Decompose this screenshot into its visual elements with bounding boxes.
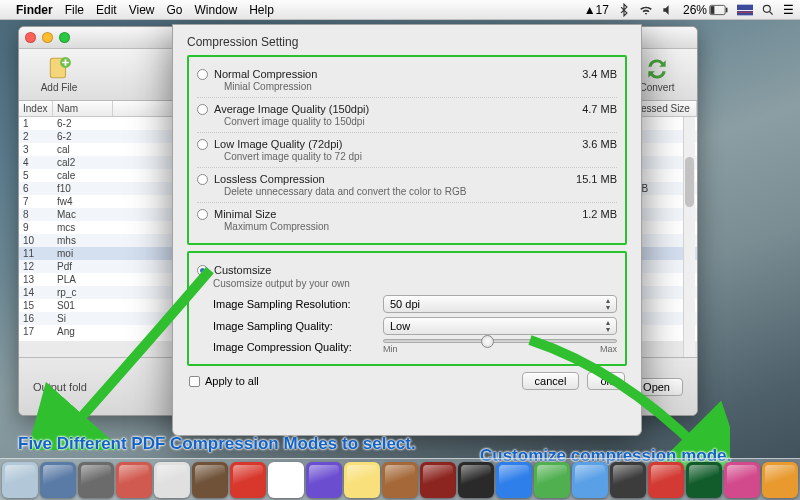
dock-app-icon[interactable]: [458, 462, 494, 498]
mode-size: 3.6 MB: [582, 138, 617, 150]
dock-app-icon[interactable]: [268, 462, 304, 498]
mode-name: Normal Compression: [214, 68, 574, 80]
svg-point-6: [763, 5, 770, 12]
dock-app-icon[interactable]: [230, 462, 266, 498]
customsize-desc: Cusomsize output by your own: [213, 278, 617, 289]
dock-app-icon[interactable]: [496, 462, 532, 498]
sheet-title: Compression Setting: [187, 35, 627, 49]
mode-name: Low Image Quality (72dpi): [214, 138, 574, 150]
convert-icon: [642, 56, 672, 82]
dock-app-icon[interactable]: [572, 462, 608, 498]
dock-app-icon[interactable]: [154, 462, 190, 498]
dock[interactable]: [0, 458, 800, 500]
mode-name: Average Image Quality (150dpi): [214, 103, 574, 115]
compression-quality-label: Image Compression Quality:: [213, 341, 383, 353]
dock-app-icon[interactable]: [724, 462, 760, 498]
notification-count-icon[interactable]: ▲17: [584, 3, 609, 17]
window-minimize-button[interactable]: [42, 32, 53, 43]
dock-app-icon[interactable]: [534, 462, 570, 498]
dock-app-icon[interactable]: [306, 462, 342, 498]
dock-app-icon[interactable]: [382, 462, 418, 498]
menu-file[interactable]: File: [65, 3, 84, 17]
add-file-button[interactable]: Add File: [31, 56, 87, 93]
convert-label: Convert: [639, 82, 674, 93]
volume-icon[interactable]: [661, 3, 675, 17]
slider-min-label: Min: [383, 344, 398, 354]
svg-rect-4: [737, 10, 753, 11]
annotation-arrow-left: [30, 260, 230, 450]
annotation-left: Five Different PDF Compression Modes to …: [18, 434, 416, 454]
mode-desc: Convert image quality to 150dpi: [224, 116, 574, 127]
dock-app-icon[interactable]: [648, 462, 684, 498]
dock-app-icon[interactable]: [610, 462, 646, 498]
mode-name: Minimal Size: [214, 208, 574, 220]
menu-edit[interactable]: Edit: [96, 3, 117, 17]
mode-size: 1.2 MB: [582, 208, 617, 220]
table-scrollbar[interactable]: [683, 117, 695, 357]
menu-view[interactable]: View: [129, 3, 155, 17]
mode-name: Lossless Compression: [214, 173, 568, 185]
mode-radio[interactable]: [197, 209, 208, 220]
dock-app-icon[interactable]: [344, 462, 380, 498]
dock-app-icon[interactable]: [40, 462, 76, 498]
dock-app-icon[interactable]: [78, 462, 114, 498]
mode-size: 3.4 MB: [582, 68, 617, 80]
mode-desc: Minial Compression: [224, 81, 574, 92]
preset-modes-group: Normal CompressionMinial Compression3.4 …: [187, 55, 627, 245]
mode-desc: Maximum Compression: [224, 221, 574, 232]
mode-radio[interactable]: [197, 174, 208, 185]
wifi-icon[interactable]: [639, 3, 653, 17]
mode-desc: Delete unnecessary data and convert the …: [224, 186, 568, 197]
scrollbar-thumb[interactable]: [685, 157, 694, 207]
bluetooth-icon[interactable]: [617, 3, 631, 17]
svg-rect-1: [711, 6, 715, 14]
mode-size: 4.7 MB: [582, 103, 617, 115]
mode-radio[interactable]: [197, 69, 208, 80]
window-close-button[interactable]: [25, 32, 36, 43]
dock-app-icon[interactable]: [420, 462, 456, 498]
mode-radio[interactable]: [197, 139, 208, 150]
window-zoom-button[interactable]: [59, 32, 70, 43]
menubar[interactable]: Finder File Edit View Go Window Help ▲17…: [0, 0, 800, 20]
dock-app-icon[interactable]: [192, 462, 228, 498]
mode-size: 15.1 MB: [576, 173, 617, 185]
menu-extras-icon[interactable]: ☰: [783, 3, 794, 17]
menu-window[interactable]: Window: [195, 3, 238, 17]
dock-app-icon[interactable]: [762, 462, 798, 498]
add-file-label: Add File: [41, 82, 78, 93]
menu-go[interactable]: Go: [167, 3, 183, 17]
quality-label: Image Sampling Quality:: [213, 320, 383, 332]
menu-help[interactable]: Help: [249, 3, 274, 17]
spotlight-icon[interactable]: [761, 3, 775, 17]
svg-rect-2: [726, 7, 728, 12]
dock-app-icon[interactable]: [116, 462, 152, 498]
col-name[interactable]: Nam: [53, 101, 113, 116]
battery-indicator[interactable]: 26%: [683, 3, 729, 17]
add-file-icon: [44, 56, 74, 82]
resolution-label: Image Sampling Resolution:: [213, 298, 383, 310]
stepper-arrows-icon: ▴▾: [606, 297, 610, 311]
resolution-select[interactable]: 50 dpi ▴▾: [383, 295, 617, 313]
col-index[interactable]: Index: [19, 101, 53, 116]
flag-icon[interactable]: [737, 3, 753, 17]
svg-rect-5: [737, 11, 753, 12]
dock-app-icon[interactable]: [2, 462, 38, 498]
mode-radio[interactable]: [197, 104, 208, 115]
app-name[interactable]: Finder: [16, 3, 53, 17]
dock-app-icon[interactable]: [686, 462, 722, 498]
mode-desc: Convert image quality to 72 dpi: [224, 151, 574, 162]
